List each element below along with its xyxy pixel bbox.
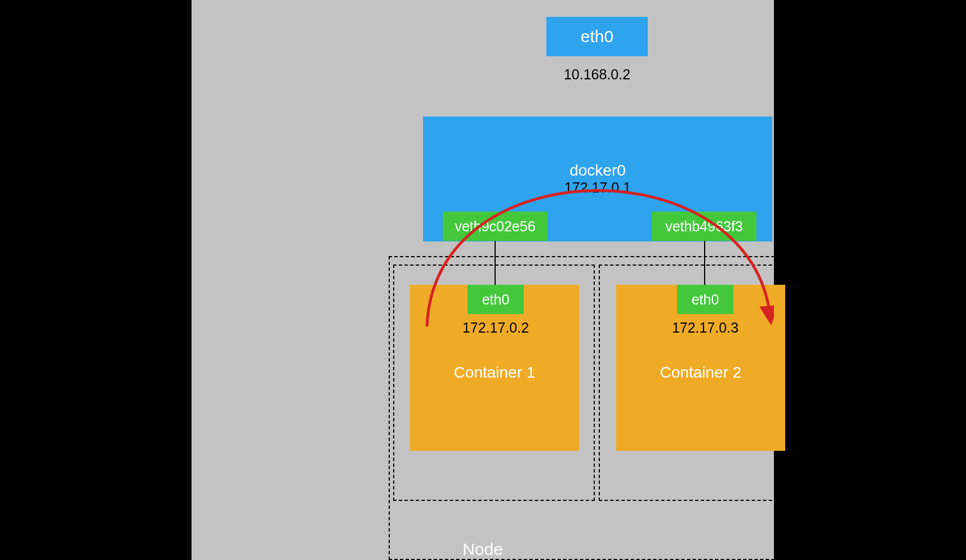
host-eth0-box: eth0	[546, 17, 648, 56]
veth-right-label: vethb4963f3	[665, 218, 743, 235]
veth-left-label: veth9c02e56	[455, 218, 535, 235]
container-2-label: Container 2	[616, 364, 785, 382]
docker0-label: docker0	[569, 162, 626, 180]
container-1-label: Container 1	[410, 364, 579, 382]
host-eth0-label: eth0	[581, 27, 613, 46]
container-2-ip: 172.17.0.3	[649, 320, 762, 336]
veth-left: veth9c02e56	[443, 212, 547, 241]
container-1-eth0: eth0	[468, 285, 524, 314]
container-2-eth0-label: eth0	[692, 292, 719, 308]
node-diagram: eth0 10.168.0.2 docker0 172.17.0.1 veth9…	[192, 0, 774, 560]
docker0-ip: 172.17.0.1	[564, 180, 631, 196]
container-1-eth0-label: eth0	[482, 292, 510, 308]
node-label: Node	[192, 540, 774, 559]
host-eth0-ip: 10.168.0.2	[546, 66, 648, 83]
veth-right: vethb4963f3	[652, 212, 756, 241]
container-2-eth0: eth0	[677, 285, 733, 314]
container-1-ip: 172.17.0.2	[439, 320, 552, 336]
